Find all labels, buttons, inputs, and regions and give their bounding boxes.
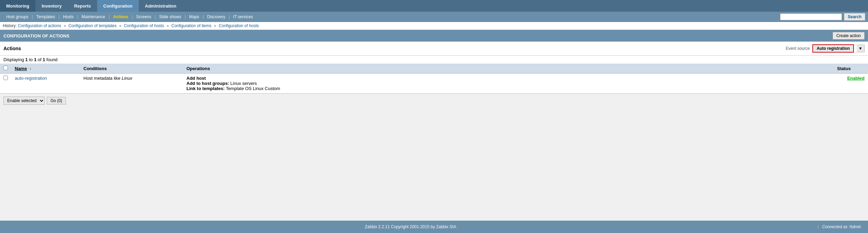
breadcrumb-prefix: History: bbox=[3, 23, 17, 28]
breadcrumb-link-1[interactable]: Configuration of actions bbox=[18, 23, 61, 28]
op-link-templates-value: Template OS Linux Custom bbox=[225, 86, 280, 91]
row-checkbox-cell bbox=[0, 74, 11, 93]
auto-registration-button[interactable]: Auto registration bbox=[812, 44, 854, 53]
create-action-button[interactable]: Create action bbox=[833, 32, 865, 40]
bottom-actions: Enable selected Go (0) bbox=[0, 93, 868, 108]
search-area: Search bbox=[780, 13, 865, 21]
nav-reports[interactable]: Reports bbox=[68, 0, 97, 12]
breadcrumb-link-2[interactable]: Configuration of templates bbox=[68, 23, 116, 28]
row-name-cell: auto-registration bbox=[11, 74, 80, 93]
nav-hosts[interactable]: Hosts bbox=[60, 14, 77, 19]
top-navigation: Monitoring Inventory Reports Configurati… bbox=[0, 0, 868, 12]
name-sort-link[interactable]: Name bbox=[15, 66, 27, 71]
search-button[interactable]: Search bbox=[844, 13, 865, 21]
breadcrumb-link-4[interactable]: Configuration of items bbox=[171, 23, 212, 28]
footer: Zabbix 2.2.11 Copyright 2001-2015 by Zab… bbox=[0, 221, 868, 233]
op-link-templates-label: Link to templates: bbox=[186, 86, 225, 91]
breadcrumb-sep-1: » bbox=[64, 23, 67, 28]
nav-actions[interactable]: Actions bbox=[110, 14, 132, 19]
header-operations: Operations bbox=[183, 64, 834, 74]
nav-host-groups[interactable]: Host groups bbox=[3, 14, 32, 19]
count-to: 1 bbox=[34, 57, 36, 62]
breadcrumb-sep-4: » bbox=[214, 23, 217, 28]
breadcrumb-link-3[interactable]: Configuration of hosts bbox=[124, 23, 164, 28]
select-all-checkbox[interactable] bbox=[3, 66, 8, 70]
search-input[interactable] bbox=[780, 13, 842, 20]
actions-title: Actions bbox=[3, 46, 21, 51]
event-source-area: Event source Auto registration ▼ bbox=[786, 44, 865, 53]
actions-table: Name ↑ Conditions Operations Status auto… bbox=[0, 64, 868, 93]
nav-maps[interactable]: Maps bbox=[186, 14, 203, 19]
enable-selected-dropdown[interactable]: Enable selected bbox=[3, 97, 45, 105]
header-status: Status bbox=[834, 64, 868, 74]
header-name: Name ↑ bbox=[11, 64, 80, 74]
nav-templates[interactable]: Templates bbox=[33, 14, 59, 19]
breadcrumb-link-5[interactable]: Configuration of hosts bbox=[219, 23, 259, 28]
row-operations-cell: Add host Add to host groups: Linux serve… bbox=[183, 74, 834, 93]
nav-configuration[interactable]: Configuration bbox=[97, 0, 139, 12]
conditions-text: Host metadata like bbox=[83, 76, 122, 81]
row-checkbox[interactable] bbox=[3, 76, 8, 80]
table-row: auto-registration Host metadata like Lin… bbox=[0, 74, 868, 93]
nav-maintenance[interactable]: Maintenance bbox=[78, 14, 108, 19]
auto-registration-dropdown[interactable]: ▼ bbox=[857, 45, 865, 52]
second-navigation: Host groups | Templates | Hosts | Mainte… bbox=[0, 12, 868, 22]
section-header: CONFIGURATION OF ACTIONS Create action bbox=[0, 30, 868, 42]
row-name-link[interactable]: auto-registration bbox=[15, 76, 47, 81]
sort-icon: ↑ bbox=[30, 67, 31, 71]
nav-inventory[interactable]: Inventory bbox=[35, 0, 68, 12]
nav-slide-shows[interactable]: Slide shows bbox=[156, 14, 185, 19]
nav-discovery[interactable]: Discovery bbox=[204, 14, 229, 19]
content-area: CONFIGURATION OF ACTIONS Create action A… bbox=[0, 30, 868, 164]
breadcrumb: History: Configuration of actions » Conf… bbox=[0, 22, 868, 30]
table-header-row: Name ↑ Conditions Operations Status bbox=[0, 64, 868, 74]
breadcrumb-sep-2: » bbox=[119, 23, 123, 28]
header-conditions: Conditions bbox=[80, 64, 183, 74]
op-add-groups-value: Linux servers bbox=[229, 81, 257, 86]
nav-monitoring[interactable]: Monitoring bbox=[0, 0, 35, 12]
row-status-cell: Enabled bbox=[834, 74, 868, 93]
nav-administration[interactable]: Administration bbox=[139, 0, 183, 12]
header-checkbox-col bbox=[0, 64, 11, 74]
go-button[interactable]: Go (0) bbox=[47, 97, 66, 104]
event-source-label: Event source bbox=[786, 46, 810, 51]
footer-connected-as: Connected as 'Admin bbox=[822, 224, 861, 229]
op-add-groups-label: Add to host groups: bbox=[186, 81, 229, 86]
breadcrumb-sep-3: » bbox=[167, 23, 170, 28]
section-title: CONFIGURATION OF ACTIONS bbox=[3, 33, 69, 38]
count-total: 1 bbox=[43, 57, 45, 62]
conditions-italic: Linux bbox=[122, 76, 132, 81]
count-from: 1 bbox=[25, 57, 28, 62]
footer-separator: | bbox=[818, 224, 819, 229]
op-line-3: Link to templates: Template OS Linux Cus… bbox=[186, 86, 830, 91]
nav-screens[interactable]: Screens bbox=[133, 14, 155, 19]
status-link[interactable]: Enabled bbox=[847, 76, 865, 81]
row-conditions-cell: Host metadata like Linux bbox=[80, 74, 183, 93]
actions-bar: Actions Event source Auto registration ▼ bbox=[0, 42, 868, 56]
count-display: Displaying 1 to 1 of 1 found bbox=[0, 56, 868, 64]
op-add-host: Add host bbox=[186, 76, 206, 81]
footer-copyright: Zabbix 2.2.11 Copyright 2001-2015 by Zab… bbox=[7, 224, 814, 229]
nav-it-services[interactable]: IT services bbox=[230, 14, 256, 19]
op-line-1: Add host bbox=[186, 76, 830, 81]
op-line-2: Add to host groups: Linux servers bbox=[186, 81, 830, 86]
